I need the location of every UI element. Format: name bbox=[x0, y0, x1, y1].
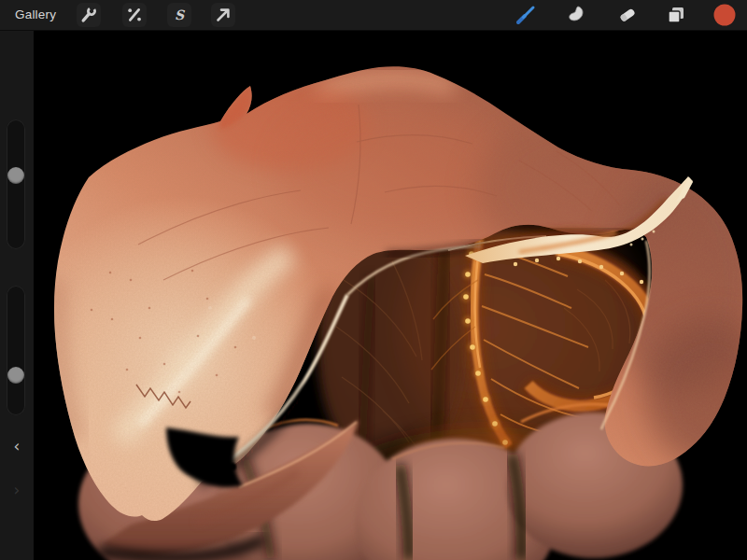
layers-icon bbox=[665, 4, 687, 26]
brush-size-slider[interactable] bbox=[7, 119, 25, 249]
undo-button[interactable]: ‹ bbox=[0, 439, 34, 455]
transform-arrow-icon bbox=[213, 5, 233, 25]
paint-tool-button[interactable] bbox=[514, 3, 538, 27]
artwork-painting bbox=[34, 30, 747, 560]
drawing-canvas[interactable] bbox=[34, 30, 747, 560]
tool-sidebar: ‹ › bbox=[0, 30, 34, 560]
smudge-finger-icon bbox=[565, 4, 587, 26]
color-swatch-button[interactable] bbox=[712, 3, 737, 27]
transform-button[interactable] bbox=[211, 3, 235, 27]
opacity-slider[interactable] bbox=[7, 286, 25, 415]
magic-wand-icon bbox=[124, 5, 145, 25]
opacity-slider-handle[interactable] bbox=[7, 367, 24, 384]
selection-s-icon: S bbox=[175, 8, 184, 21]
top-toolbar: Gallery S bbox=[0, 0, 747, 31]
eraser-icon bbox=[616, 4, 639, 26]
color-swatch-circle bbox=[712, 3, 737, 27]
gallery-button[interactable]: Gallery bbox=[15, 0, 56, 30]
brush-size-slider-handle[interactable] bbox=[7, 167, 24, 184]
wrench-icon bbox=[78, 5, 99, 25]
adjustments-button[interactable] bbox=[122, 3, 147, 27]
redo-button[interactable]: › bbox=[0, 483, 34, 498]
selections-button[interactable]: S bbox=[167, 3, 191, 27]
smudge-tool-button[interactable] bbox=[564, 3, 588, 27]
erase-tool-button[interactable] bbox=[615, 3, 640, 27]
actions-button[interactable] bbox=[77, 3, 101, 27]
painting-app-window: Gallery S bbox=[0, 0, 747, 560]
brush-icon bbox=[514, 4, 537, 26]
layers-button[interactable] bbox=[664, 3, 688, 27]
